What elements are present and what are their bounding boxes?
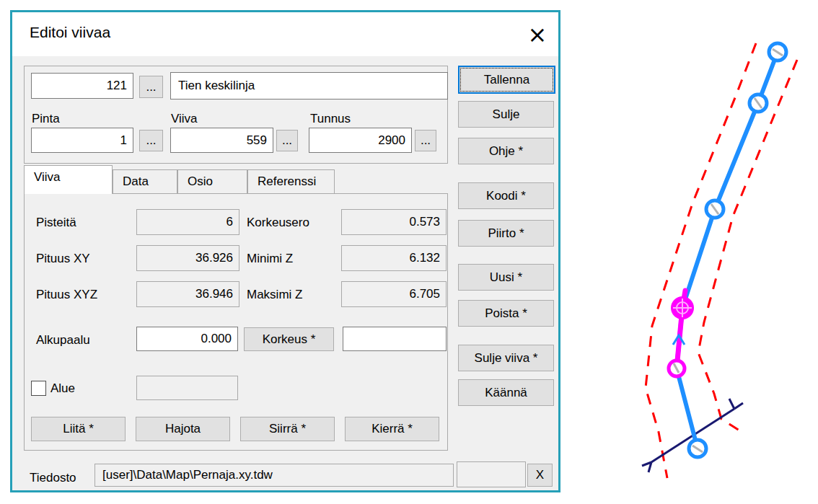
viiva-field[interactable]: 559 xyxy=(170,128,273,153)
viiva-label: Viiva xyxy=(171,112,198,126)
selected-point-symbol[interactable] xyxy=(671,296,694,319)
tab-panel xyxy=(24,193,448,451)
tiedosto-path-field: [user]\Data\Map\Pernaja.xy.tdw xyxy=(94,464,454,487)
offset-line-left xyxy=(646,43,756,478)
kaanna-button[interactable]: Käännä xyxy=(458,379,554,406)
tunnus-field[interactable]: 2900 xyxy=(309,128,412,153)
tunnus-label: Tunnus xyxy=(310,112,351,126)
code-browse-button[interactable]: ... xyxy=(139,76,163,98)
pinta-label: Pinta xyxy=(32,112,60,126)
viiva-browse-button[interactable]: ... xyxy=(276,130,298,151)
ohje-button[interactable]: Ohje * xyxy=(458,138,554,164)
tab-osio[interactable]: Osio xyxy=(177,169,247,194)
title-bar: Editoi viivaa × xyxy=(12,12,558,56)
clear-file-button[interactable]: X xyxy=(527,464,553,487)
sulje-viiva-button[interactable]: Sulje viiva * xyxy=(458,345,554,371)
tab-referenssi[interactable]: Referenssi xyxy=(247,169,335,194)
close-icon[interactable]: × xyxy=(522,19,553,50)
tab-viiva[interactable]: Viiva xyxy=(24,165,113,194)
footer-extra-field xyxy=(457,461,526,487)
tiedosto-label: Tiedosto xyxy=(30,471,76,485)
tab-data[interactable]: Data xyxy=(113,169,177,194)
uusi-button[interactable]: Uusi * xyxy=(458,264,554,291)
tallenna-button[interactable]: Tallenna xyxy=(458,66,555,94)
selected-vertex-ring[interactable] xyxy=(669,361,685,376)
tunnus-browse-button[interactable]: ... xyxy=(415,130,436,151)
pinta-browse-button[interactable]: ... xyxy=(139,130,163,151)
poista-button[interactable]: Poista * xyxy=(458,300,554,327)
dialog-title: Editoi viivaa xyxy=(30,24,110,41)
pinta-field[interactable]: 1 xyxy=(31,128,133,153)
screen: Editoi viivaa × 121 ... Tien keskilinja … xyxy=(0,0,818,504)
sulje-button[interactable]: Sulje xyxy=(458,101,554,128)
offset-line-right xyxy=(698,60,797,432)
code-name-field[interactable]: Tien keskilinja xyxy=(170,72,448,100)
code-field[interactable]: 121 xyxy=(31,73,133,99)
edit-line-dialog: Editoi viivaa × 121 ... Tien keskilinja … xyxy=(10,10,560,492)
koodi-button[interactable]: Koodi * xyxy=(458,182,554,209)
piirto-button[interactable]: Piirto * xyxy=(458,220,554,247)
